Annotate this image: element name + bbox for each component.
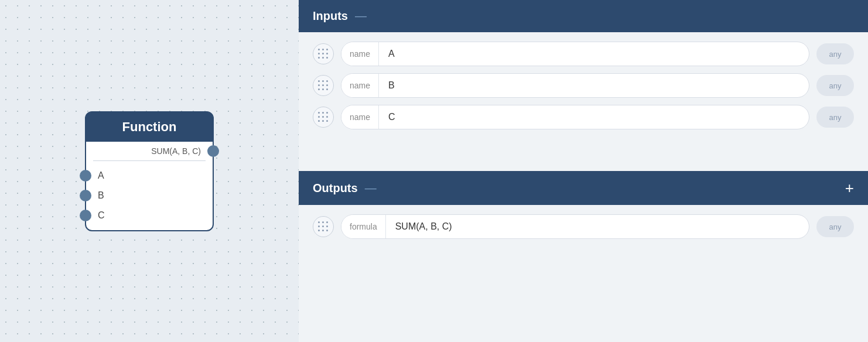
inputs-dash: — [355, 9, 367, 23]
output-row-formula: formula SUM(A, B, C) any [313, 214, 854, 239]
right-panel: Inputs — name A any [299, 0, 868, 342]
field-value-c: C [379, 112, 809, 122]
type-badge-a[interactable]: any [816, 43, 854, 64]
node-input-label-b: B [98, 190, 104, 201]
outputs-title: Outputs [313, 182, 358, 195]
input-row-b: name B any [313, 73, 854, 98]
input-field-b[interactable]: name B [341, 73, 809, 98]
function-node: Function SUM(A, B, C) A B C [85, 111, 214, 231]
outputs-dash: — [365, 182, 377, 195]
input-port-b[interactable] [80, 190, 91, 201]
field-label-formula: formula [341, 215, 386, 238]
field-label-a: name [341, 42, 379, 66]
input-row-c: name C any [313, 105, 854, 129]
inputs-header: Inputs — [299, 0, 868, 32]
outputs-header: Outputs — + [299, 171, 868, 205]
output-field-formula[interactable]: formula SUM(A, B, C) [341, 214, 809, 239]
outputs-section: Outputs — + formula SUM(A, B, C) any [299, 171, 868, 342]
type-badge-b[interactable]: any [816, 75, 854, 96]
inputs-body: name A any name B any [299, 32, 868, 171]
input-field-c[interactable]: name C [341, 105, 809, 129]
inputs-section: Inputs — name A any [299, 0, 868, 171]
input-port-a[interactable] [80, 170, 91, 182]
type-badge-formula[interactable]: any [816, 216, 854, 237]
field-value-formula: SUM(A, B, C) [386, 221, 809, 232]
input-row-a: name A any [313, 42, 854, 66]
node-input-row-c: C [86, 206, 213, 225]
drag-handle-c[interactable] [313, 107, 334, 128]
drag-dots-formula [318, 221, 329, 232]
field-value-b: B [379, 80, 809, 91]
drag-dots-a [318, 49, 329, 60]
inputs-title: Inputs [313, 9, 348, 23]
field-label-b: name [341, 74, 379, 97]
node-input-row-b: B [86, 186, 213, 206]
node-output-row: SUM(A, B, C) [86, 142, 213, 160]
field-label-c: name [341, 105, 379, 129]
node-box: Function SUM(A, B, C) A B C [85, 111, 214, 231]
node-inputs: A B C [86, 161, 213, 230]
node-title: Function [86, 112, 213, 142]
drag-handle-a[interactable] [313, 43, 334, 64]
drag-dots-b [318, 80, 329, 91]
input-field-a[interactable]: name A [341, 42, 809, 66]
output-port[interactable] [207, 145, 219, 157]
field-value-a: A [379, 49, 809, 59]
drag-dots-c [318, 112, 329, 123]
drag-handle-formula[interactable] [313, 216, 334, 237]
node-input-row-a: A [86, 166, 213, 186]
input-port-c[interactable] [80, 210, 91, 221]
drag-handle-b[interactable] [313, 75, 334, 96]
node-input-label-a: A [98, 170, 104, 181]
add-output-button[interactable]: + [845, 180, 854, 196]
diagram-panel: Function SUM(A, B, C) A B C [0, 0, 299, 342]
node-input-label-c: C [98, 210, 105, 221]
outputs-body: formula SUM(A, B, C) any [299, 205, 868, 342]
node-output-label: SUM(A, B, C) [151, 146, 201, 156]
type-badge-c[interactable]: any [816, 107, 854, 128]
